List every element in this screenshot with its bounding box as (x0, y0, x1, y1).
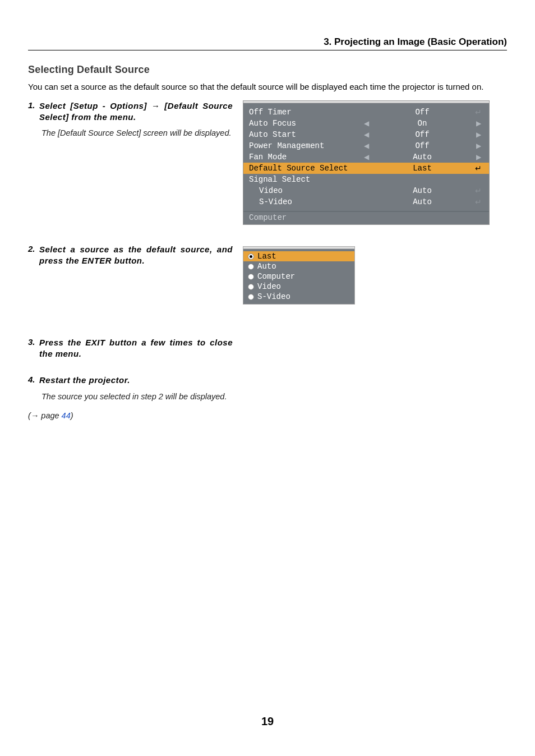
osd-row-label: Power Management (249, 142, 361, 150)
step1-part-a: Select [Setup - Options] (39, 101, 151, 110)
osd-row-label: Default Source Select (249, 164, 361, 172)
osd-row: Fan Mode◀Auto▶ (243, 151, 489, 163)
page-reference: (→ page 44) (28, 411, 507, 420)
osd-row: S-VideoAuto↵ (243, 196, 489, 208)
manual-page: 3. Projecting an Image (Basic Operation)… (0, 0, 535, 756)
step1-row: 1. Select [Setup - Options] → [Default S… (28, 100, 507, 225)
step4-text: 4. Restart the projector. The source you… (28, 375, 233, 402)
popup-option: Auto (243, 261, 354, 271)
osd-popup-screenshot: LastAutoComputerVideoS-Video (243, 244, 507, 305)
popup-option-label: Auto (257, 262, 276, 271)
chevron-left-icon: ◀ (361, 142, 371, 149)
popup-option-label: Video (257, 282, 281, 291)
osd-row-value: Last (371, 164, 473, 172)
section-heading: Selecting Default Source (28, 64, 507, 76)
osd-row-label: Video (249, 187, 361, 195)
radio-icon (248, 294, 254, 300)
step1-text: 1. Select [Setup - Options] → [Default S… (28, 100, 233, 225)
enter-icon: ↵ (473, 164, 483, 172)
osd-row: VideoAuto↵ (243, 185, 489, 196)
step-note: The [Default Source Select] screen will … (41, 128, 233, 139)
intro-paragraph: You can set a source as the default sour… (28, 81, 507, 93)
popup-option-label: Last (257, 252, 276, 261)
step-instruction: Select [Setup - Options] → [Default Sour… (39, 100, 233, 122)
pageref-suffix: ) (71, 411, 73, 420)
pageref-prefix: (→ page (28, 411, 62, 420)
osd-row-label: Off Timer (249, 108, 361, 116)
popup-option-label: S-Video (257, 292, 290, 301)
enter-icon: ↵ (473, 108, 483, 116)
chevron-right-icon: ▶ (473, 154, 483, 160)
osd-row: Off TimerOff↵ (243, 107, 489, 118)
osd-row-value: Off (371, 131, 473, 139)
chevron-right-icon: ▶ (473, 120, 483, 127)
osd-footer: Computer (243, 211, 489, 224)
default-source-popup: LastAutoComputerVideoS-Video (243, 246, 355, 305)
radio-icon (248, 274, 254, 280)
osd-options-menu: Off TimerOff↵Auto Focus◀On▶Auto Start◀Of… (243, 100, 490, 225)
osd-row: Power Management◀Off▶ (243, 140, 489, 151)
osd-row-value: Auto (371, 198, 473, 206)
chevron-right-icon: ▶ (473, 142, 483, 149)
osd-row-value: Auto (371, 153, 473, 161)
step-instruction: Restart the projector. (39, 375, 130, 386)
osd-row-value: Off (371, 142, 473, 150)
chevron-left-icon: ◀ (361, 131, 371, 138)
step-number: 2. (28, 244, 39, 266)
popup-option: Computer (243, 271, 354, 282)
osd-row-label: S-Video (249, 198, 361, 206)
chevron-left-icon: ◀ (361, 154, 371, 160)
popup-body: LastAutoComputerVideoS-Video (243, 249, 354, 304)
osd-row-label: Signal Select (249, 176, 361, 183)
step2-row: 2. Select a source as the default source… (28, 244, 507, 305)
osd-row-value: Off (371, 108, 473, 116)
osd-row-value: Auto (371, 187, 473, 195)
popup-option: Last (243, 251, 354, 261)
radio-icon (248, 264, 254, 270)
osd-row: Signal Select (243, 174, 489, 185)
step-number: 4. (28, 375, 39, 386)
osd-row-label: Fan Mode (249, 153, 361, 161)
step-number: 3. (28, 337, 39, 359)
osd-row-label: Auto Start (249, 131, 361, 139)
chevron-left-icon: ◀ (361, 120, 371, 127)
chapter-title: 3. Projecting an Image (Basic Operation) (28, 36, 507, 48)
step-instruction: Select a source as the default source, a… (39, 244, 233, 266)
page-header: 3. Projecting an Image (Basic Operation) (28, 36, 507, 50)
osd-body: Off TimerOff↵Auto Focus◀On▶Auto Start◀Of… (243, 103, 489, 211)
osd-footer-label: Computer (249, 214, 287, 222)
osd-row-value: On (371, 119, 473, 127)
osd-row-label: Auto Focus (249, 119, 361, 127)
popup-option: Video (243, 282, 354, 292)
chevron-right-icon: ▶ (473, 131, 483, 138)
osd-row: Auto Start◀Off▶ (243, 129, 489, 140)
step-instruction: Press the EXIT button a few times to clo… (39, 337, 233, 359)
enter-icon: ↵ (473, 198, 483, 206)
osd-screenshot: Off TimerOff↵Auto Focus◀On▶Auto Start◀Of… (243, 100, 507, 225)
radio-icon (248, 253, 254, 260)
pageref-number[interactable]: 44 (62, 411, 71, 420)
enter-icon: ↵ (473, 187, 483, 195)
step-note: The source you selected in step 2 will b… (41, 391, 233, 403)
page-number: 19 (0, 715, 535, 728)
step3-text: 3. Press the EXIT button a few times to … (28, 337, 233, 359)
arrow-icon: → (151, 101, 160, 110)
popup-option-label: Computer (257, 272, 295, 281)
osd-row: Auto Focus◀On▶ (243, 118, 489, 129)
popup-option: S-Video (243, 292, 354, 302)
step2-text: 2. Select a source as the default source… (28, 244, 233, 305)
osd-row: Default Source SelectLast↵ (243, 163, 489, 174)
step-number: 1. (28, 100, 39, 122)
radio-icon (248, 284, 254, 290)
